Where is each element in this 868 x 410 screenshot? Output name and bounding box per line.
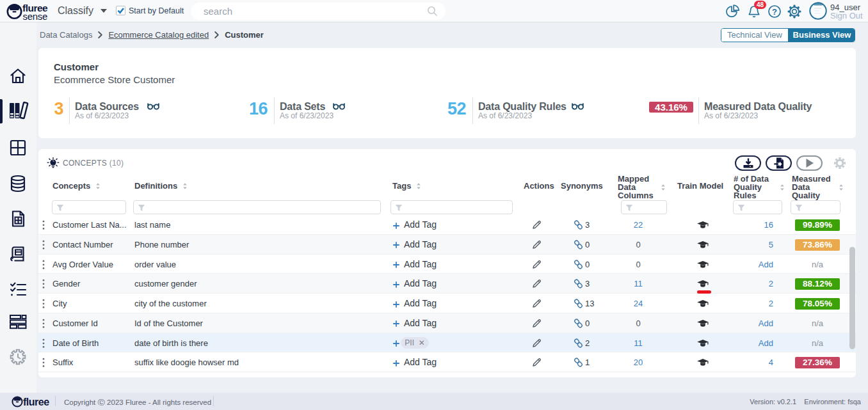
svg-text:?: ? xyxy=(772,7,777,17)
svg-text:sense: sense xyxy=(23,11,48,21)
svg-text:fluree: fluree xyxy=(23,397,49,407)
